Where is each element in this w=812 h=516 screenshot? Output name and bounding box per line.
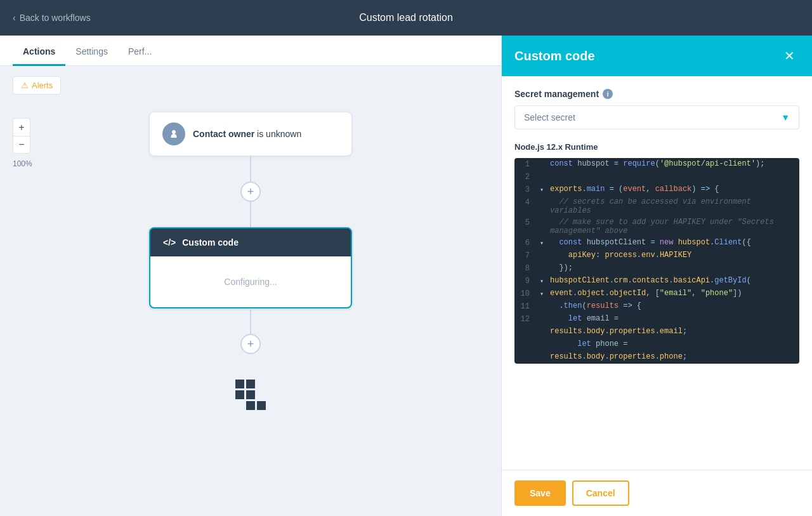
plus-icon-2: + (247, 338, 254, 351)
secret-management-label: Secret management (514, 89, 599, 99)
code-line-15: results.body.properties.phone; (514, 351, 799, 364)
tab-perf[interactable]: Perf... (118, 39, 162, 66)
code-line-2: 2 (514, 171, 799, 183)
custom-code-node[interactable]: </> Custom code Configuring... (149, 227, 352, 308)
plus-icon-1: + (247, 185, 254, 199)
code-line-9: 9 ▾ hubspotClient.crm.contacts.basicApi.… (514, 275, 799, 288)
panel-title: Custom code (514, 49, 595, 63)
code-line-10: 10 ▾ event.object.objectId, ["email", "p… (514, 288, 799, 300)
code-editor[interactable]: 1 const hubspot = require('@hubspot/api-… (514, 158, 799, 364)
back-label: Back to workflows (20, 13, 91, 23)
trigger-text: Contact owner is unknown (193, 129, 301, 139)
custom-code-body: Configuring... (150, 256, 351, 307)
alerts-button[interactable]: ⚠ Alerts (13, 76, 61, 95)
workflow-title: Custom lead rotation (359, 12, 453, 23)
close-icon: ✕ (784, 48, 795, 63)
svg-point-0 (172, 130, 176, 134)
code-line-11: 11 .then(results => { (514, 300, 799, 313)
save-button[interactable]: Save (514, 480, 566, 506)
code-line-12: 12 let email = (514, 313, 799, 326)
top-nav: ‹ Back to workflows Custom lead rotation (0, 0, 812, 36)
code-line-13: results.body.properties.email; (514, 326, 799, 338)
code-line-4: 4 // secrets can be accessed via environ… (514, 196, 799, 216)
workflow-canvas: Contact owner is unknown + </> Custom co… (0, 74, 501, 516)
panel-body: Secret management i Select secret ▼ Node… (502, 76, 812, 470)
connector-1 (250, 156, 251, 182)
trigger-node[interactable]: Contact owner is unknown (149, 112, 352, 156)
custom-code-header: </> Custom code (150, 228, 351, 256)
code-line-7: 7 apiKey: process.env.HAPIKEY (514, 249, 799, 262)
zoom-in-button[interactable]: + (13, 118, 30, 136)
zoom-out-button[interactable]: − (13, 136, 30, 154)
trigger-bold: Contact owner (193, 129, 254, 139)
back-to-workflows-link[interactable]: ‹ Back to workflows (13, 13, 91, 23)
code-line-8: 8 }); (514, 262, 799, 275)
code-line-1: 1 const hubspot = require('@hubspot/api-… (514, 158, 799, 171)
secret-info-icon[interactable]: i (603, 89, 613, 99)
back-arrow-icon: ‹ (13, 13, 16, 23)
connector-3 (250, 308, 251, 334)
code-line-5: 5 // make sure to add your HAPIKEY under… (514, 216, 799, 237)
secret-management-section: Secret management i (514, 89, 799, 99)
select-arrow-icon: ▼ (781, 112, 790, 122)
panel-footer: Save Cancel (502, 470, 812, 516)
trigger-rest: is unknown (254, 129, 301, 139)
right-panel: Custom code ✕ Secret management i Select… (501, 36, 812, 516)
tab-settings[interactable]: Settings (65, 39, 118, 66)
zoom-controls: + − (13, 118, 30, 154)
main-area: Actions Settings Perf... ⚠ Alerts + − 10… (0, 36, 812, 516)
alert-icon: ⚠ (21, 81, 29, 90)
custom-code-title: Custom code (182, 237, 239, 248)
select-secret-placeholder: Select secret (524, 112, 575, 122)
hubspot-logo (235, 380, 266, 410)
workflow-panel: Actions Settings Perf... ⚠ Alerts + − 10… (0, 36, 501, 516)
alerts-label: Alerts (32, 81, 53, 90)
connector-2 (250, 202, 251, 227)
tabs-bar: Actions Settings Perf... (0, 36, 501, 66)
tab-actions[interactable]: Actions (13, 39, 65, 66)
add-action-button-1[interactable]: + (240, 182, 261, 202)
cancel-button[interactable]: Cancel (572, 480, 629, 506)
code-line-6: 6 ▾ const hubspotClient = new hubspot.Cl… (514, 237, 799, 249)
select-secret-dropdown[interactable]: Select secret ▼ (514, 105, 799, 129)
runtime-label: Node.js 12.x Runtime (514, 142, 799, 152)
code-line-14: let phone = (514, 338, 799, 351)
panel-header: Custom code ✕ (502, 36, 812, 76)
configuring-label: Configuring... (224, 277, 277, 287)
code-icon: </> (163, 237, 176, 248)
close-panel-button[interactable]: ✕ (779, 46, 799, 66)
code-line-3: 3 ▾ exports.main = (event, callback) => … (514, 183, 799, 196)
add-action-button-2[interactable]: + (240, 334, 261, 354)
trigger-icon (162, 122, 185, 145)
